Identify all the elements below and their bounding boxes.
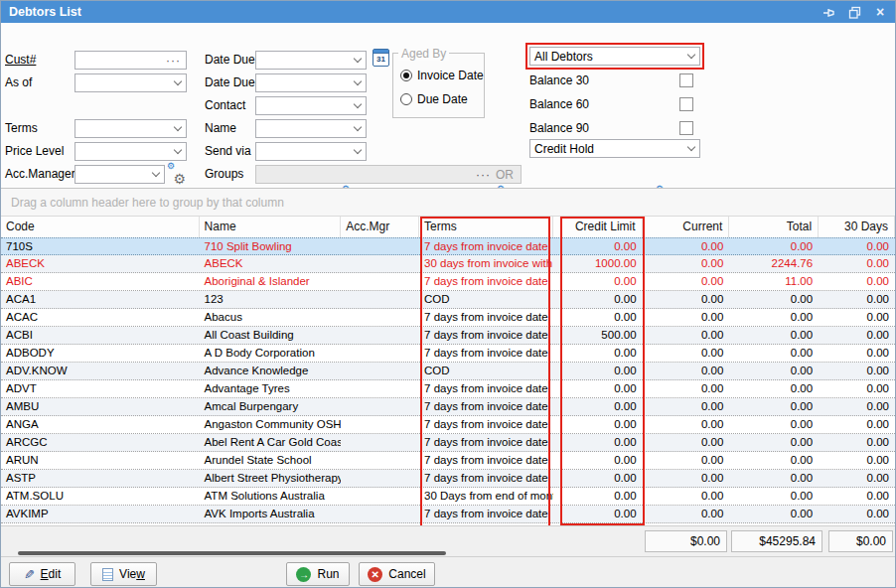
cell-name[interactable]: Abacus: [200, 309, 342, 326]
cell-code[interactable]: ABECK: [1, 255, 200, 272]
cell-days30[interactable]: 0.00: [819, 452, 895, 469]
cell-credit_limit[interactable]: 0.00: [553, 309, 643, 326]
radio-selected-icon[interactable]: [400, 70, 412, 81]
cell-days30[interactable]: 0.00: [819, 416, 895, 433]
cell-code[interactable]: AMBU: [1, 398, 200, 415]
cell-credit_limit[interactable]: 0.00: [553, 398, 643, 415]
cancel-button[interactable]: ✕ Cancel: [359, 562, 435, 586]
cell-terms[interactable]: COD: [419, 291, 553, 308]
cell-total[interactable]: 0.00: [729, 291, 819, 308]
chevron-down-icon[interactable]: [349, 52, 366, 69]
column-header-credit_limit[interactable]: Credit Limit: [553, 217, 643, 237]
cell-current[interactable]: 0.00: [643, 345, 730, 362]
cell-total[interactable]: 0.00: [729, 434, 819, 451]
table-row[interactable]: ACACAbacus7 days from invoice date0.000.…: [1, 309, 895, 327]
cell-credit_limit[interactable]: 0.00: [553, 506, 643, 522]
terms-select[interactable]: [75, 119, 187, 138]
cell-code[interactable]: ACBI: [1, 327, 200, 344]
send-via-select[interactable]: [255, 142, 367, 161]
cell-total[interactable]: 0.00: [729, 327, 819, 344]
cell-credit_limit[interactable]: 0.00: [553, 345, 643, 362]
cell-current[interactable]: 0.00: [643, 291, 730, 308]
column-header-total[interactable]: Total: [729, 217, 819, 237]
balance60-checkbox[interactable]: [679, 97, 693, 111]
cell-code[interactable]: ACA1: [1, 291, 200, 308]
cell-days30[interactable]: 0.00: [819, 488, 895, 505]
cell-current[interactable]: 0.00: [643, 380, 730, 397]
table-row[interactable]: ANGAAngaston Community OSHC7 days from i…: [1, 416, 895, 434]
table-row[interactable]: ATM.SOLUATM Solutions Australia30 Days f…: [1, 488, 895, 506]
cell-total[interactable]: 0.00: [729, 398, 819, 415]
table-row[interactable]: ABICAboriginal & Islander7 days from inv…: [1, 273, 895, 291]
cell-acc_mgr[interactable]: [341, 506, 419, 522]
cell-terms[interactable]: 7 days from invoice date: [419, 309, 553, 326]
table-row[interactable]: ASTPAlbert Street Physiotherapy7 days fr…: [1, 470, 895, 488]
cell-total[interactable]: 0.00: [729, 452, 819, 469]
cell-name[interactable]: Abel Rent A Car Gold Coast: [200, 434, 342, 451]
radio-unselected-icon[interactable]: [400, 93, 412, 105]
cell-total[interactable]: 0.00: [729, 488, 819, 505]
table-row[interactable]: 710S710 Split Bowling7 days from invoice…: [1, 237, 895, 255]
cell-days30[interactable]: 0.00: [819, 291, 895, 308]
cell-terms[interactable]: 7 days from invoice date: [419, 416, 553, 433]
cell-acc_mgr[interactable]: [341, 363, 419, 379]
close-icon[interactable]: ×: [867, 1, 893, 23]
column-header-acc_mgr[interactable]: Acc.Mgr: [341, 217, 419, 237]
chevron-down-icon[interactable]: [169, 120, 186, 137]
pin-icon[interactable]: [816, 1, 841, 23]
groups-field[interactable]: ··· OR: [255, 165, 522, 184]
cell-credit_limit[interactable]: 0.00: [553, 238, 643, 254]
cell-terms[interactable]: 7 days from invoice date: [419, 434, 553, 451]
cell-terms[interactable]: 7 days from invoice date: [419, 345, 553, 362]
cell-credit_limit[interactable]: 0.00: [553, 416, 643, 433]
cell-current[interactable]: 0.00: [643, 470, 730, 487]
cell-days30[interactable]: 0.00: [819, 398, 895, 415]
cell-acc_mgr[interactable]: [341, 398, 419, 415]
column-header-days30[interactable]: 30 Days: [819, 217, 895, 237]
cell-credit_limit[interactable]: 0.00: [553, 363, 643, 379]
cell-code[interactable]: ARUN: [1, 452, 200, 469]
cell-terms[interactable]: 7 days from invoice date: [419, 452, 553, 469]
chevron-down-icon[interactable]: [682, 140, 699, 157]
chevron-down-icon[interactable]: [147, 166, 164, 183]
cell-current[interactable]: 0.00: [643, 309, 730, 326]
cell-name[interactable]: AVK Imports Australia: [200, 506, 342, 522]
chevron-down-icon[interactable]: [349, 143, 366, 160]
cell-total[interactable]: 0.00: [729, 380, 819, 397]
table-row[interactable]: ABECKABECK30 days from invoice with1000.…: [1, 255, 895, 273]
cell-name[interactable]: Advance Knowledge: [200, 363, 342, 379]
cell-current[interactable]: 0.00: [643, 255, 730, 272]
chevron-down-icon[interactable]: [349, 97, 366, 114]
cell-name[interactable]: All Coast Building: [200, 327, 342, 344]
cell-credit_limit[interactable]: 500.00: [553, 327, 643, 344]
cell-terms[interactable]: 30 days from invoice with: [419, 255, 553, 272]
cell-days30[interactable]: 0.00: [819, 345, 895, 362]
table-row[interactable]: ADVTAdvantage Tyres7 days from invoice d…: [1, 380, 895, 398]
cell-current[interactable]: 0.00: [643, 452, 730, 469]
cell-credit_limit[interactable]: 0.00: [553, 452, 643, 469]
cell-total[interactable]: 0.00: [729, 416, 819, 433]
cell-name[interactable]: ATM Solutions Australia: [200, 488, 342, 505]
table-row[interactable]: ARCGCAbel Rent A Car Gold Coast7 days fr…: [1, 434, 895, 452]
cell-current[interactable]: 0.00: [643, 488, 730, 505]
cell-code[interactable]: 710S: [1, 238, 200, 254]
cell-code[interactable]: ARCGC: [1, 434, 200, 451]
chevron-down-icon[interactable]: [682, 48, 699, 65]
cell-name[interactable]: Advantage Tyres: [200, 380, 342, 397]
cell-current[interactable]: 0.00: [643, 363, 730, 379]
cell-total[interactable]: 11.00: [729, 273, 819, 290]
cell-total[interactable]: 0.00: [729, 309, 819, 326]
cell-name[interactable]: 710 Split Bowling: [200, 238, 342, 254]
cell-credit_limit[interactable]: 0.00: [553, 273, 643, 290]
column-header-code[interactable]: Code: [1, 217, 200, 237]
cell-code[interactable]: ADV.KNOW: [1, 363, 200, 379]
table-row[interactable]: ADV.KNOWAdvance KnowledgeCOD0.000.000.00…: [1, 363, 895, 380]
cell-days30[interactable]: 0.00: [819, 470, 895, 487]
chevron-down-icon[interactable]: [169, 74, 186, 91]
cell-name[interactable]: Albert Street Physiotherapy: [200, 470, 342, 487]
cell-credit_limit[interactable]: 0.00: [553, 291, 643, 308]
cell-terms[interactable]: COD: [419, 363, 553, 379]
groups-lookup-button[interactable]: ···: [476, 168, 496, 182]
chevron-down-icon[interactable]: [349, 120, 366, 137]
cell-current[interactable]: 0.00: [643, 398, 730, 415]
